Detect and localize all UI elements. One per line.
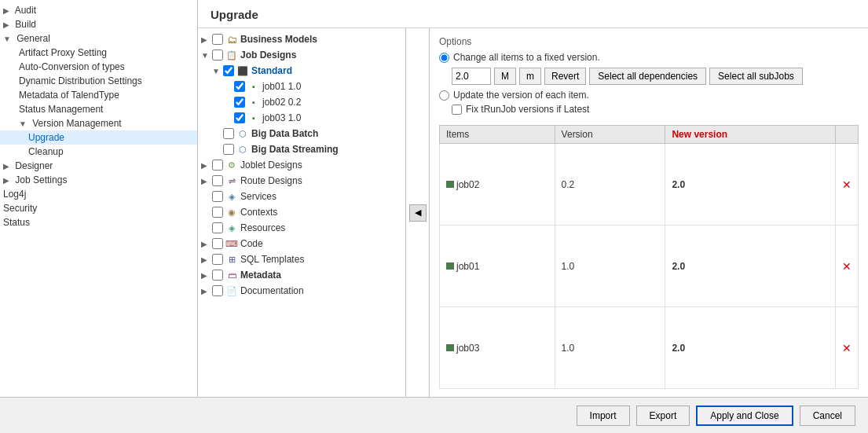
tree-label-joblet-designs: Joblet Designs [240,160,302,171]
tree-check-route-designs[interactable] [212,175,223,186]
sidebar-item-general[interactable]: ▼ General [0,31,197,46]
tree-check-business-models[interactable] [212,34,223,45]
sidebar-item-metadata-talend[interactable]: Metadata of TalendType [0,88,197,102]
select-all-subjobs-button[interactable]: Select all subJobs [709,68,803,85]
table-header-row: Items Version New version [440,126,859,144]
briefcase-icon: 🗂 [225,33,238,46]
joblet-designs-icon: ⚙ [225,159,238,171]
documentation-icon: 📄 [225,284,238,297]
sidebar-item-upgrade[interactable]: Upgrade [0,130,197,145]
sidebar-item-job-settings[interactable]: ▶ Job Settings [0,173,197,187]
tree-item-contexts[interactable]: ▶ ◉ Contexts [198,204,405,220]
export-button[interactable]: Export [636,405,690,426]
sidebar-item-log4j[interactable]: Log4j [0,187,197,201]
sidebar-item-status-mgmt[interactable]: Status Management [0,102,197,116]
delete-row-icon[interactable]: ✕ [842,260,852,273]
tree-item-job03[interactable]: ▶ ▪ job03 1.0 [198,110,405,126]
tree-check-services[interactable] [212,191,223,202]
tree-item-standard[interactable]: ▼ ⬛ Standard [198,63,405,79]
btn-M[interactable]: M [494,68,516,85]
tree-item-joblet-designs[interactable]: ▶ ⚙ Joblet Designs [198,157,405,173]
table-cell-delete[interactable]: ✕ [836,226,859,307]
tree-check-metadata[interactable] [212,270,223,281]
sidebar-item-auto-conversion[interactable]: Auto-Conversion of types [0,60,197,74]
btn-m[interactable]: m [519,68,541,85]
import-button[interactable]: Import [577,405,630,426]
tree-check-job02[interactable] [234,97,245,108]
sidebar-item-designer[interactable]: ▶ Designer [0,159,197,173]
sidebar-item-cleanup[interactable]: Cleanup [0,145,197,159]
table-row: job03 1.0 2.0 ✕ [440,307,859,389]
tree-check-big-data-streaming[interactable] [223,144,234,155]
apply-and-close-button[interactable]: Apply and Close [696,405,793,426]
select-all-deps-button[interactable]: Select all dependencies [589,68,706,85]
table-cell-item: job01 [440,226,555,307]
cancel-button[interactable]: Cancel [800,405,855,426]
revert-button[interactable]: Revert [544,68,586,85]
sidebar-item-status[interactable]: Status [0,215,197,229]
tree-check-big-data-batch[interactable] [223,128,234,139]
sidebar-item-security[interactable]: Security [0,201,197,215]
tree-item-big-data-streaming[interactable]: ▶ ⬡ Big Data Streaming [198,141,405,157]
delete-row-icon[interactable]: ✕ [842,178,852,191]
tree-item-job01[interactable]: ▶ ▪ job01 1.0 [198,79,405,94]
version-input[interactable] [452,68,491,85]
tree-item-metadata[interactable]: ▶ 🗃 Metadata [198,267,405,283]
tree-check-job03[interactable] [234,112,245,123]
content-body: ▶ 🗂 Business Models ▼ 📋 Job Designs ▼ ⬛ [198,28,868,397]
transfer-left-button[interactable]: ◀ [409,204,427,222]
tree-item-job02[interactable]: ▶ ▪ job02 0.2 [198,94,405,110]
tree-item-documentation[interactable]: ▶ 📄 Documentation [198,283,405,299]
big-data-batch-icon: ⬡ [236,127,249,140]
table-cell-delete[interactable]: ✕ [836,144,859,226]
tree-label-documentation: Documentation [240,285,304,296]
tree-arrow-job-designs[interactable]: ▼ [201,51,212,60]
radio-row-fixed: Change all items to a fixed version. [439,52,859,63]
tree-item-sql-templates[interactable]: ▶ ⊞ SQL Templates [198,251,405,267]
tree-item-big-data-batch[interactable]: ▶ ⬡ Big Data Batch [198,126,405,141]
tree-check-joblet-designs[interactable] [212,160,223,171]
tree-item-resources[interactable]: ▶ ◈ Resources [198,220,405,236]
sidebar-arrow-audit: ▶ [3,6,9,15]
tree-item-services[interactable]: ▶ ◈ Services [198,189,405,204]
tree-item-job-designs[interactable]: ▼ 📋 Job Designs [198,47,405,63]
tree-check-standard[interactable] [223,65,234,76]
sidebar-item-dynamic-dist[interactable]: Dynamic Distribution Settings [0,74,197,88]
tree-check-job-designs[interactable] [212,50,223,61]
tree-check-code[interactable] [212,238,223,249]
checkbox-fix-trunjob[interactable] [452,105,462,115]
tree-check-resources[interactable] [212,222,223,233]
tree-label-big-data-batch: Big Data Batch [251,128,318,139]
tree-item-route-designs[interactable]: ▶ ⇌ Route Designs [198,173,405,189]
tree-check-sql-templates[interactable] [212,254,223,265]
tree-arrow-joblet-designs[interactable]: ▶ [201,161,212,170]
col-header-items: Items [440,126,555,144]
tree-check-contexts[interactable] [212,207,223,218]
table-cell-delete[interactable]: ✕ [836,307,859,389]
delete-row-icon[interactable]: ✕ [842,342,852,354]
tree-arrow-route-designs[interactable]: ▶ [201,177,212,185]
tree-check-job01[interactable] [234,81,245,92]
tree-arrow-metadata[interactable]: ▶ [201,271,212,280]
radio-each-version[interactable] [439,90,449,101]
sidebar-item-version-mgmt[interactable]: ▼ Version Management [0,116,197,130]
tree-arrow-code[interactable]: ▶ [201,240,212,248]
tree-check-documentation[interactable] [212,285,223,296]
tree-arrow-standard[interactable]: ▼ [212,67,223,75]
upgrade-table: Items Version New version job02 0.2 2.0 … [439,125,859,389]
table-cell-version: 1.0 [555,226,665,307]
tree-arrow-business-models[interactable]: ▶ [201,35,212,44]
tree-item-business-models[interactable]: ▶ 🗂 Business Models [198,31,405,47]
tree-label-services: Services [240,191,277,202]
content-header: Upgrade [198,0,868,28]
tree-item-code[interactable]: ▶ ⌨ Code [198,236,405,251]
tree-arrow-documentation[interactable]: ▶ [201,287,212,295]
metadata-icon: 🗃 [225,269,238,281]
sidebar-item-artifact-proxy[interactable]: Artifact Proxy Setting [0,46,197,60]
sidebar-item-audit[interactable]: ▶ Audit [0,3,197,17]
tree-arrow-sql-templates[interactable]: ▶ [201,255,212,264]
table-cell-new-version: 2.0 [665,307,836,389]
sql-templates-icon: ⊞ [225,253,238,266]
sidebar-item-build[interactable]: ▶ Build [0,17,197,31]
radio-fixed-version[interactable] [439,53,449,63]
